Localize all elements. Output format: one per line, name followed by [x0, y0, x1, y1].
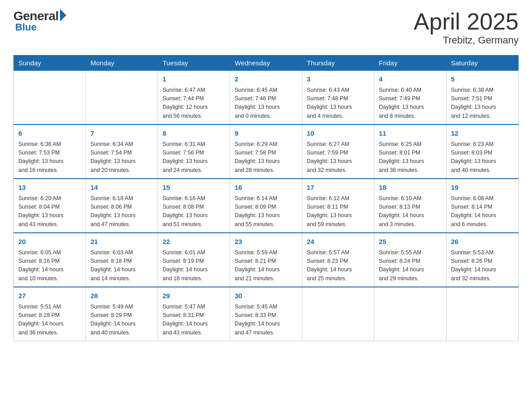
day-cell-14: 14Sunrise: 6:18 AMSunset: 8:06 PMDayligh…	[86, 179, 158, 233]
day-info-5: Sunrise: 6:38 AMSunset: 7:51 PMDaylight:…	[451, 86, 514, 121]
day-info-30: Sunrise: 5:45 AMSunset: 8:33 PMDaylight:…	[235, 303, 297, 338]
column-header-friday: Friday	[374, 56, 446, 71]
day-number-10: 10	[307, 128, 369, 139]
calendar-title: April 2025	[414, 9, 519, 34]
day-cell-13: 13Sunrise: 6:20 AMSunset: 8:04 PMDayligh…	[14, 179, 86, 233]
day-cell-2: 2Sunrise: 6:45 AMSunset: 7:46 PMDaylight…	[230, 71, 302, 125]
day-number-3: 3	[307, 74, 369, 85]
day-number-9: 9	[235, 128, 297, 139]
day-info-10: Sunrise: 6:27 AMSunset: 7:59 PMDaylight:…	[307, 140, 369, 175]
day-info-16: Sunrise: 6:14 AMSunset: 8:09 PMDaylight:…	[235, 194, 297, 229]
day-number-30: 30	[235, 291, 297, 301]
day-info-6: Sunrise: 6:36 AMSunset: 7:53 PMDaylight:…	[18, 140, 81, 175]
day-number-13: 13	[18, 183, 81, 193]
day-number-15: 15	[163, 183, 225, 193]
day-number-4: 4	[379, 74, 442, 85]
day-number-14: 14	[90, 183, 153, 193]
column-header-monday: Monday	[86, 56, 158, 71]
column-header-wednesday: Wednesday	[230, 56, 302, 71]
week-row-1: 1Sunrise: 6:47 AMSunset: 7:44 PMDaylight…	[14, 71, 519, 125]
day-info-15: Sunrise: 6:16 AMSunset: 8:08 PMDaylight:…	[163, 194, 225, 229]
day-cell-5: 5Sunrise: 6:38 AMSunset: 7:51 PMDaylight…	[446, 71, 519, 125]
day-cell-20: 20Sunrise: 6:05 AMSunset: 8:16 PMDayligh…	[14, 233, 86, 287]
day-number-20: 20	[18, 237, 81, 247]
calendar-table: SundayMondayTuesdayWednesdayThursdayFrid…	[13, 55, 519, 341]
day-info-17: Sunrise: 6:12 AMSunset: 8:11 PMDaylight:…	[307, 194, 369, 229]
day-cell-17: 17Sunrise: 6:12 AMSunset: 8:11 PMDayligh…	[302, 179, 374, 233]
day-cell-16: 16Sunrise: 6:14 AMSunset: 8:09 PMDayligh…	[230, 179, 302, 233]
day-info-21: Sunrise: 6:03 AMSunset: 8:18 PMDaylight:…	[90, 248, 153, 283]
day-info-9: Sunrise: 6:29 AMSunset: 7:58 PMDaylight:…	[235, 140, 297, 175]
calendar-title-block: April 2025 Trebitz, Germany	[414, 9, 519, 46]
day-cell-23: 23Sunrise: 5:59 AMSunset: 8:21 PMDayligh…	[230, 233, 302, 287]
day-cell-9: 9Sunrise: 6:29 AMSunset: 7:58 PMDaylight…	[230, 124, 302, 179]
empty-cell	[374, 287, 446, 341]
day-cell-6: 6Sunrise: 6:36 AMSunset: 7:53 PMDaylight…	[14, 124, 86, 179]
day-cell-1: 1Sunrise: 6:47 AMSunset: 7:44 PMDaylight…	[158, 71, 230, 125]
day-number-27: 27	[18, 291, 81, 301]
calendar-header-row: SundayMondayTuesdayWednesdayThursdayFrid…	[14, 56, 519, 71]
logo: General Blue	[13, 9, 66, 33]
day-number-2: 2	[235, 74, 297, 85]
day-info-11: Sunrise: 6:25 AMSunset: 8:01 PMDaylight:…	[379, 140, 442, 175]
day-info-2: Sunrise: 6:45 AMSunset: 7:46 PMDaylight:…	[235, 86, 297, 121]
empty-cell	[86, 71, 158, 125]
column-header-thursday: Thursday	[302, 56, 374, 71]
day-info-27: Sunrise: 5:51 AMSunset: 8:28 PMDaylight:…	[18, 303, 81, 338]
day-cell-4: 4Sunrise: 6:40 AMSunset: 7:49 PMDaylight…	[374, 71, 446, 125]
day-number-28: 28	[90, 291, 153, 301]
day-info-28: Sunrise: 5:49 AMSunset: 8:29 PMDaylight:…	[90, 303, 153, 338]
day-number-19: 19	[451, 183, 514, 193]
day-cell-8: 8Sunrise: 6:31 AMSunset: 7:56 PMDaylight…	[158, 124, 230, 179]
day-number-29: 29	[163, 291, 225, 301]
day-info-18: Sunrise: 6:10 AMSunset: 8:13 PMDaylight:…	[379, 194, 442, 229]
logo-blue-text: Blue	[15, 21, 37, 33]
day-cell-26: 26Sunrise: 5:53 AMSunset: 8:26 PMDayligh…	[446, 233, 519, 287]
empty-cell	[14, 71, 86, 125]
column-header-tuesday: Tuesday	[158, 56, 230, 71]
day-cell-18: 18Sunrise: 6:10 AMSunset: 8:13 PMDayligh…	[374, 179, 446, 233]
day-number-5: 5	[451, 74, 514, 85]
day-number-23: 23	[235, 237, 297, 247]
day-info-4: Sunrise: 6:40 AMSunset: 7:49 PMDaylight:…	[379, 86, 442, 121]
day-info-12: Sunrise: 6:23 AMSunset: 8:03 PMDaylight:…	[451, 140, 514, 175]
day-cell-10: 10Sunrise: 6:27 AMSunset: 7:59 PMDayligh…	[302, 124, 374, 179]
column-header-saturday: Saturday	[446, 56, 519, 71]
day-number-26: 26	[451, 237, 514, 247]
day-info-26: Sunrise: 5:53 AMSunset: 8:26 PMDaylight:…	[451, 248, 514, 283]
day-cell-7: 7Sunrise: 6:34 AMSunset: 7:54 PMDaylight…	[86, 124, 158, 179]
day-number-7: 7	[90, 128, 153, 139]
day-cell-19: 19Sunrise: 6:08 AMSunset: 8:14 PMDayligh…	[446, 179, 519, 233]
day-cell-29: 29Sunrise: 5:47 AMSunset: 8:31 PMDayligh…	[158, 287, 230, 341]
column-header-sunday: Sunday	[14, 56, 86, 71]
day-number-24: 24	[307, 237, 369, 247]
day-info-22: Sunrise: 6:01 AMSunset: 8:19 PMDaylight:…	[163, 248, 225, 283]
day-info-8: Sunrise: 6:31 AMSunset: 7:56 PMDaylight:…	[163, 140, 225, 175]
day-cell-27: 27Sunrise: 5:51 AMSunset: 8:28 PMDayligh…	[14, 287, 86, 341]
day-cell-24: 24Sunrise: 5:57 AMSunset: 8:23 PMDayligh…	[302, 233, 374, 287]
day-number-17: 17	[307, 183, 369, 193]
day-number-12: 12	[451, 128, 514, 139]
day-number-21: 21	[90, 237, 153, 247]
week-row-3: 13Sunrise: 6:20 AMSunset: 8:04 PMDayligh…	[14, 179, 519, 233]
day-info-19: Sunrise: 6:08 AMSunset: 8:14 PMDaylight:…	[451, 194, 514, 229]
day-number-8: 8	[163, 128, 225, 139]
day-info-29: Sunrise: 5:47 AMSunset: 8:31 PMDaylight:…	[163, 303, 225, 338]
day-cell-21: 21Sunrise: 6:03 AMSunset: 8:18 PMDayligh…	[86, 233, 158, 287]
day-info-1: Sunrise: 6:47 AMSunset: 7:44 PMDaylight:…	[163, 86, 225, 121]
empty-cell	[302, 287, 374, 341]
day-cell-22: 22Sunrise: 6:01 AMSunset: 8:19 PMDayligh…	[158, 233, 230, 287]
day-number-1: 1	[163, 74, 225, 85]
day-number-6: 6	[18, 128, 81, 139]
day-number-22: 22	[163, 237, 225, 247]
day-info-14: Sunrise: 6:18 AMSunset: 8:06 PMDaylight:…	[90, 194, 153, 229]
day-cell-30: 30Sunrise: 5:45 AMSunset: 8:33 PMDayligh…	[230, 287, 302, 341]
week-row-2: 6Sunrise: 6:36 AMSunset: 7:53 PMDaylight…	[14, 124, 519, 179]
day-cell-11: 11Sunrise: 6:25 AMSunset: 8:01 PMDayligh…	[374, 124, 446, 179]
day-number-11: 11	[379, 128, 442, 139]
week-row-5: 27Sunrise: 5:51 AMSunset: 8:28 PMDayligh…	[14, 287, 519, 341]
day-cell-3: 3Sunrise: 6:43 AMSunset: 7:48 PMDaylight…	[302, 71, 374, 125]
day-number-18: 18	[379, 183, 442, 193]
week-row-4: 20Sunrise: 6:05 AMSunset: 8:16 PMDayligh…	[14, 233, 519, 287]
day-cell-12: 12Sunrise: 6:23 AMSunset: 8:03 PMDayligh…	[446, 124, 519, 179]
